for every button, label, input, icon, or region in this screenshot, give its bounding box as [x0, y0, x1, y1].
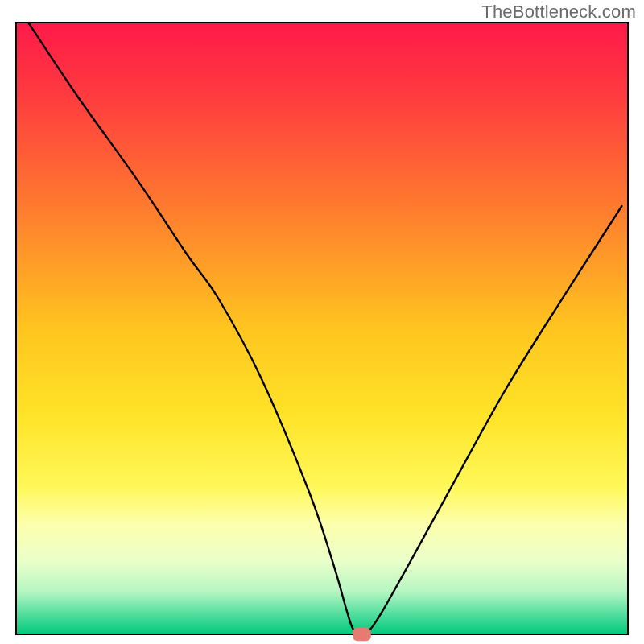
chart-container: TheBottleneck.com: [0, 0, 644, 644]
plot-background: [16, 23, 628, 634]
optimal-point-marker: [353, 628, 371, 642]
bottleneck-chart: [0, 0, 644, 644]
watermark-text: TheBottleneck.com: [481, 2, 636, 23]
